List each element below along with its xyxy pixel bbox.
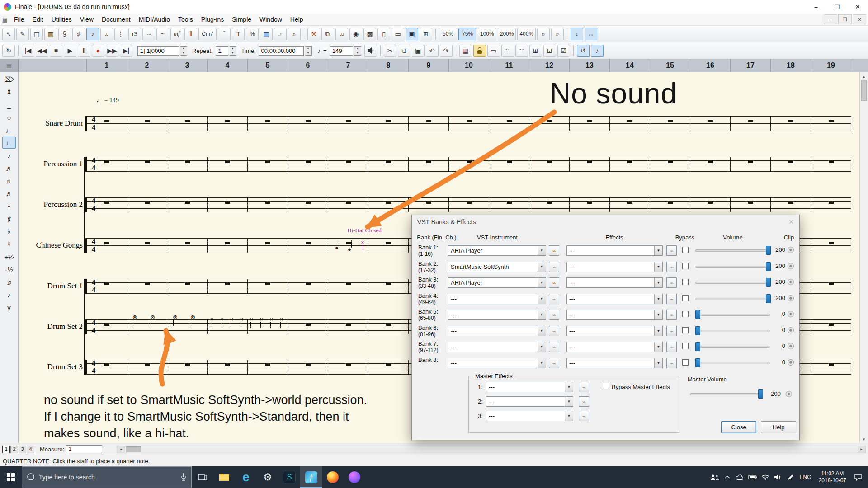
slider-thumb[interactable]: [695, 326, 700, 335]
spinner-up-icon[interactable]: ▴: [230, 47, 236, 51]
dot-button[interactable]: •: [2, 200, 16, 212]
gong-note[interactable]: ●: [348, 247, 351, 252]
menu-utilities[interactable]: Utilities: [47, 14, 76, 25]
fit-width-icon[interactable]: ↔: [585, 28, 597, 40]
scroll-right-icon[interactable]: ▸: [858, 446, 865, 453]
tuplet-button[interactable]: ♫: [2, 276, 16, 288]
lock-icon[interactable]: [473, 45, 486, 57]
mdi-close-button[interactable]: ✕: [853, 14, 866, 24]
vst-instrument-select[interactable]: ---▼: [448, 358, 546, 368]
bypass-checkbox[interactable]: [682, 263, 689, 269]
menu-simple[interactable]: Simple: [228, 14, 255, 25]
effects-edit-icon[interactable]: ⌁: [666, 326, 677, 336]
measure-input[interactable]: 1: [66, 445, 102, 453]
forward-to-end-button[interactable]: ▶|: [120, 45, 132, 57]
half-note-button[interactable]: ♩: [2, 124, 16, 136]
bypass-checkbox[interactable]: [682, 343, 689, 349]
firefox-button[interactable]: [322, 466, 344, 488]
playback-counter-field[interactable]: 1| 1|0000: [137, 46, 179, 56]
minimize-button[interactable]: –: [806, 0, 826, 14]
effects-edit-icon[interactable]: ⌁: [666, 277, 677, 288]
time-field[interactable]: 00:00:00.000: [259, 46, 304, 56]
vst-instrument-select[interactable]: ---▼: [448, 342, 546, 352]
chevron-down-icon[interactable]: ▼: [538, 294, 546, 304]
copy-icon[interactable]: ⧉: [398, 45, 410, 57]
speedy-entry-tool[interactable]: ✎: [16, 28, 29, 40]
rewind-to-start-button[interactable]: |◀: [22, 45, 34, 57]
slider-thumb[interactable]: [758, 389, 763, 399]
rest-button[interactable]: γ: [2, 301, 16, 313]
volume-icon[interactable]: [773, 474, 783, 480]
scroll-up-icon[interactable]: ▴: [860, 72, 868, 80]
people-icon[interactable]: [709, 474, 720, 481]
time-spinner[interactable]: ▴▾: [305, 46, 312, 56]
staff-sets-icon[interactable]: ⊞: [420, 28, 432, 40]
volume-slider[interactable]: [695, 325, 770, 335]
language-indicator[interactable]: ENG: [796, 474, 815, 480]
smart-shape-tool[interactable]: ⌣: [142, 28, 155, 40]
mirror-tool[interactable]: %: [246, 28, 259, 40]
chevron-down-icon[interactable]: ▼: [538, 358, 546, 368]
master-effect-select[interactable]: ---▼: [486, 411, 573, 421]
record-button[interactable]: ●: [92, 45, 104, 57]
repitch-tool[interactable]: ⇕: [2, 86, 16, 98]
page-button-4[interactable]: 4: [27, 446, 34, 453]
instrument-edit-icon[interactable]: ⌁: [549, 277, 559, 288]
ruler-icon[interactable]: ▭: [487, 45, 500, 57]
vst-instrument-select[interactable]: ARIA Player▼: [448, 245, 546, 256]
chevron-down-icon[interactable]: ▼: [565, 382, 573, 392]
tuplet-tool[interactable]: r3: [128, 28, 141, 40]
volume-slider[interactable]: [695, 309, 770, 319]
beat-chart-icon[interactable]: ▩: [363, 28, 376, 40]
hyperscribe-tool[interactable]: ⋮: [114, 28, 127, 40]
master-effect-select[interactable]: ---▼: [486, 382, 573, 392]
page-view-icon[interactable]: ▣: [406, 28, 418, 40]
menu-midi-audio[interactable]: MIDI/Audio: [135, 14, 174, 25]
dialog-close-button[interactable]: Close: [721, 421, 756, 433]
action-center-icon[interactable]: [850, 474, 866, 481]
menu-document[interactable]: Document: [98, 14, 135, 25]
instrument-edit-icon[interactable]: ⌁: [549, 326, 559, 336]
spinner-down-icon[interactable]: ▾: [354, 51, 361, 55]
menu-help[interactable]: Help: [286, 14, 307, 25]
network-icon[interactable]: [760, 474, 771, 480]
refresh-screen-icon[interactable]: ↺: [577, 45, 590, 57]
ruler-measure-11[interactable]: 11: [489, 59, 529, 72]
half-step-up-button[interactable]: +½: [2, 251, 16, 263]
dialog-close-icon[interactable]: ✕: [788, 218, 794, 225]
vst-instrument-select[interactable]: ---▼: [448, 310, 546, 320]
bypass-checkbox[interactable]: [682, 311, 689, 317]
vst-instrument-select[interactable]: SmartMusic SoftSynth▼: [448, 262, 546, 272]
selection-grid-icon[interactable]: ▦: [459, 45, 472, 57]
rewind-button[interactable]: ◀◀: [36, 45, 48, 57]
repeat-field[interactable]: 1: [216, 46, 228, 56]
ruler-measure-1[interactable]: 1: [86, 59, 127, 72]
dialog-help-button[interactable]: Help: [761, 421, 796, 433]
whole-note-button[interactable]: ○: [2, 112, 16, 123]
tools-wrench-icon[interactable]: ⚒: [307, 28, 320, 40]
effects-edit-icon[interactable]: ⌁: [666, 358, 677, 368]
copy-pages-icon[interactable]: ⧉: [321, 28, 334, 40]
chevron-down-icon[interactable]: ▼: [565, 397, 573, 406]
tempo-field[interactable]: 149: [330, 46, 353, 56]
page-layout-icon[interactable]: ▯: [377, 28, 390, 40]
clock[interactable]: 11:02 AM 2018-10-07: [815, 470, 850, 484]
ruler-measure-8[interactable]: 8: [368, 59, 408, 72]
snap-grid-icon[interactable]: ∷: [515, 45, 528, 57]
ruler-measure-15[interactable]: 15: [650, 59, 690, 72]
ruler-measure-6[interactable]: 6: [288, 59, 328, 72]
play-button[interactable]: ▶: [64, 45, 76, 57]
chevron-down-icon[interactable]: ▼: [654, 294, 662, 304]
mdi-restore-button[interactable]: ❐: [838, 14, 852, 24]
speaker-icon[interactable]: [364, 45, 377, 57]
chevron-down-icon[interactable]: ▼: [538, 262, 546, 272]
staff-tool[interactable]: ▤: [30, 28, 43, 40]
articulation-tool[interactable]: ˇ: [218, 28, 231, 40]
ruler-measure-10[interactable]: 10: [448, 59, 489, 72]
expression-tool[interactable]: mf: [170, 28, 183, 40]
eraser-tool[interactable]: ⌦: [2, 74, 16, 85]
midi-setup-icon[interactable]: ♫: [335, 28, 348, 40]
dialog-titlebar[interactable]: VST Banks & Effects ✕: [412, 215, 799, 229]
edge-button[interactable]: e: [235, 466, 257, 488]
ruler-measure-12[interactable]: 12: [529, 59, 569, 72]
